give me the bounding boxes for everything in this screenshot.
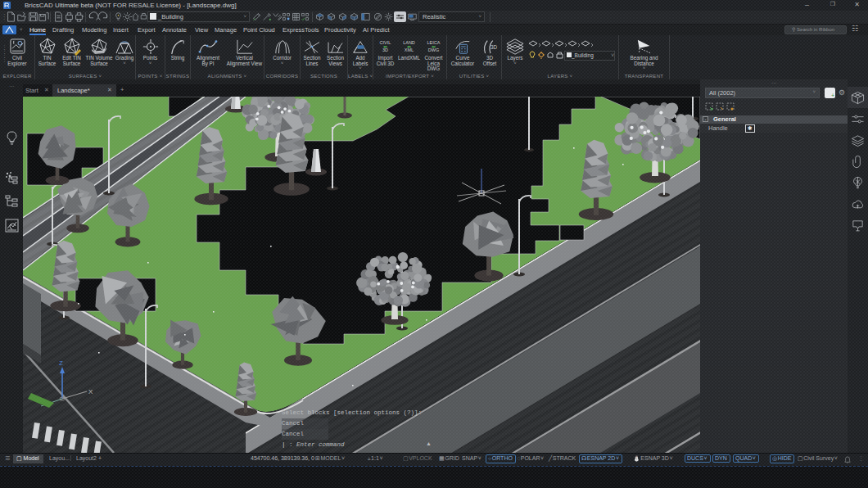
- svg-text:X: X: [88, 388, 93, 395]
- svg-text:Z: Z: [59, 359, 63, 367]
- svg-text:3D: 3D: [491, 43, 498, 49]
